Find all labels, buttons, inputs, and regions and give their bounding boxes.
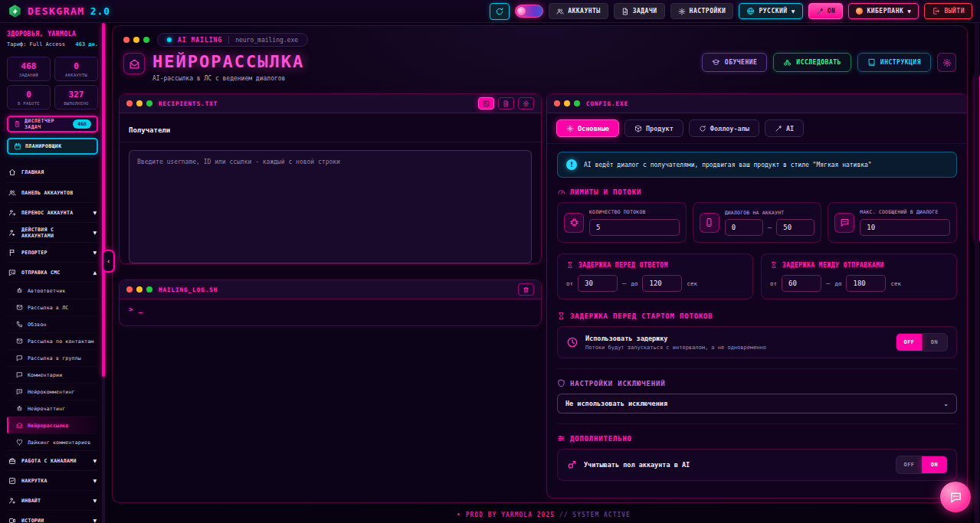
- box-icon: [634, 125, 642, 132]
- binoculars-icon: [783, 58, 792, 67]
- exceptions-select[interactable]: Не использовать исключения ⌄: [557, 394, 957, 413]
- dispatcher-badge: 468: [73, 119, 91, 129]
- module-tab[interactable]: AI MAILING neuro_mailing.exe: [157, 33, 308, 47]
- chevron-down-icon: ▼: [93, 230, 97, 235]
- gear-icon: [678, 8, 686, 15]
- comment-icon: [16, 371, 23, 378]
- manual-button[interactable]: ИНСТРУКЦИЯ: [857, 53, 931, 72]
- sidebar-subitem-dm-mailing[interactable]: Рассылка в ЛС: [7, 299, 98, 315]
- footer-credit: • PROD BY YARMOLA 2025: [457, 512, 555, 518]
- import-file-button[interactable]: [498, 97, 514, 110]
- accounts-label: АККАУНТЫ: [568, 8, 601, 15]
- training-button[interactable]: ОБУЧЕНИЕ: [702, 53, 768, 72]
- recipients-input[interactable]: [129, 150, 532, 263]
- sidebar-item-account-actions[interactable]: ДЕЙСТВИЯ С АККАУНТАМИ ▼: [7, 222, 98, 242]
- threads-input[interactable]: [589, 219, 680, 236]
- refresh-icon: [699, 125, 706, 132]
- stat-label: АККАУНТЫ: [57, 73, 96, 77]
- sidebar-item-boosting[interactable]: НАКРУТКА ▼: [7, 470, 98, 490]
- sidebar-subitem-neurocommenting[interactable]: Нейрокомментинг: [7, 383, 98, 400]
- messages-input[interactable]: [860, 219, 950, 236]
- sidebar-subitem-neurochatting[interactable]: Нейрочаттинг: [7, 400, 98, 417]
- user-transfer-icon: [8, 209, 16, 217]
- accounts-button[interactable]: АККАУНТЫ: [549, 3, 608, 19]
- reply-delay-to-input[interactable]: [642, 275, 682, 292]
- sidebar-item-sms-sending[interactable]: ОТПРАВКА СМС ▲: [7, 262, 98, 282]
- gender-off-button[interactable]: OFF: [896, 456, 922, 473]
- refresh-button[interactable]: [490, 3, 510, 20]
- sidebar-subitem-groups-mailing[interactable]: Рассылка в группы: [7, 349, 98, 366]
- page-title: НЕЙРОРАССЫЛКА: [152, 53, 304, 71]
- sidebar-item-label: ИНВАЙТ: [21, 498, 41, 504]
- gender-toggle: OFF ON: [896, 456, 948, 474]
- sidebar-item-reporter[interactable]: РЕПОРТЕР ▼: [7, 242, 98, 262]
- recipients-label: Получатели: [129, 126, 170, 134]
- sidebar-subitem-contacts-mailing[interactable]: Рассылка по контактам: [7, 332, 98, 349]
- subitem-label: Нейрочаттинг: [28, 406, 65, 412]
- task-dispatcher-button[interactable]: ДИСПЕТЧЕР ЗАДАЧ 468: [7, 116, 98, 132]
- sidebar-item-account-transfer[interactable]: ПЕРЕНОС АККАУНТА ▼: [7, 202, 98, 222]
- sidebar-subitem-comments[interactable]: Комментарии: [7, 366, 98, 383]
- tab-followups[interactable]: Фоллоу-апы: [689, 119, 759, 137]
- sidebar-subitem-autoresponder[interactable]: Автоответчик: [7, 282, 98, 299]
- sidebar-subitem-comment-liking[interactable]: Лайкинг комментариев: [7, 433, 98, 450]
- sidebar-item-accounts-panel[interactable]: ПАНЕЛЬ АККАУНТОВ: [7, 182, 98, 202]
- chevron-down-icon: ▼: [907, 9, 911, 14]
- effects-toggle[interactable]: [515, 5, 543, 18]
- gear-icon: [523, 100, 529, 107]
- settings-button[interactable]: НАСТРОЙКИ: [670, 3, 734, 19]
- range-dash: —: [768, 224, 772, 231]
- reply-delay-title: ЗАДЕРЖКА ПЕРЕД ОТВЕТОМ: [578, 262, 668, 269]
- effects-on-label: ON: [828, 8, 836, 15]
- theme-dropdown[interactable]: КИБЕРПАНК ▼: [848, 3, 919, 19]
- support-chat-button[interactable]: [940, 482, 971, 512]
- tab-product[interactable]: Продукт: [624, 119, 683, 137]
- effects-on-button[interactable]: ON: [808, 3, 844, 19]
- send-delay-from-input[interactable]: [782, 275, 821, 292]
- subitem-label: Рассылка в ЛС: [28, 305, 68, 311]
- research-button[interactable]: ИССЛЕДОВАТЬ: [773, 53, 851, 72]
- subitem-label: Обзвон: [28, 322, 47, 328]
- manual-label: ИНСТРУКЦИЯ: [880, 59, 921, 66]
- app-version: 2.0: [90, 5, 110, 17]
- stat-value: 0: [9, 90, 48, 100]
- graduation-icon: [712, 58, 720, 67]
- sidebar-item-label: ПАНЕЛЬ АККАУНТОВ: [21, 190, 73, 196]
- start-delay-toggle-card: Использовать задержку Потоки будут запус…: [557, 326, 957, 358]
- clear-log-button[interactable]: [518, 283, 534, 296]
- tasks-button[interactable]: ЗАДАЧИ: [614, 3, 665, 19]
- smartphone-icon: [700, 213, 719, 233]
- book-icon: [867, 58, 876, 67]
- sidebar-item-home[interactable]: ГЛАВНАЯ: [7, 162, 98, 182]
- sidebar-collapse-handle[interactable]: ‹: [102, 250, 115, 273]
- gender-on-button[interactable]: ON: [922, 456, 947, 473]
- reply-delay-from-input[interactable]: [578, 275, 618, 292]
- recipients-settings-button[interactable]: [518, 97, 534, 110]
- paste-button[interactable]: [478, 97, 494, 110]
- sidebar-subitem-neuromailing[interactable]: Нейрорассылка: [7, 417, 98, 433]
- info-icon: !: [566, 159, 577, 170]
- sidebar-scrollbar-thumb[interactable]: [102, 23, 105, 377]
- logout-button[interactable]: ВЫЙТИ: [924, 3, 972, 19]
- start-delay-off-button[interactable]: OFF: [896, 334, 922, 351]
- sidebar-item-stories[interactable]: ИСТОРИИ ▼: [7, 510, 98, 523]
- gender-toggle-card: Учитывать пол аккаунта в AI OFF ON: [557, 449, 957, 481]
- sidebar-item-channels[interactable]: РАБОТА С КАНАЛАМИ ▼: [7, 450, 98, 470]
- flag-icon: [8, 249, 16, 257]
- dialogs-from-input[interactable]: [725, 219, 763, 236]
- tab-ai[interactable]: AI: [765, 119, 804, 137]
- heart-icon: [16, 439, 23, 446]
- planner-button[interactable]: ПЛАНИРОВЩИК: [7, 138, 98, 155]
- tab-main[interactable]: Основные: [556, 119, 619, 137]
- language-dropdown[interactable]: РУССКИЙ ▼: [739, 3, 802, 19]
- dialogs-to-input[interactable]: [776, 219, 814, 236]
- module-settings-button[interactable]: [937, 53, 956, 72]
- start-delay-on-button[interactable]: ON: [922, 334, 947, 351]
- sidebar-subitem-calling[interactable]: Обзвон: [7, 315, 98, 332]
- stat-accounts: 0 АККАУНТЫ: [54, 57, 98, 81]
- stat-done: 327 ВЫПОЛНЕНО: [54, 85, 98, 110]
- chat-bubble-icon: [949, 491, 962, 504]
- sidebar-item-invite[interactable]: ИНВАЙТ ▼: [7, 490, 98, 510]
- send-delay-to-input[interactable]: [846, 275, 886, 292]
- globe-icon: [746, 7, 755, 15]
